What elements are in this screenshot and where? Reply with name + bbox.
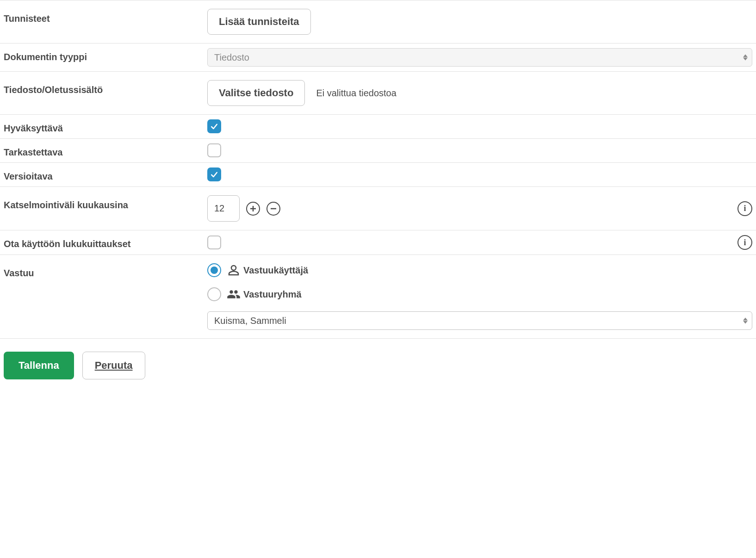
file-row: Tiedosto/Oletussisältö Valitse tiedosto … [0, 71, 756, 114]
review-interval-info-icon[interactable]: i [737, 201, 752, 216]
button-row: Tallenna Peruuta [0, 338, 756, 392]
responsibility-label: Vastuu [4, 263, 207, 279]
file-label: Tiedosto/Oletussisältö [4, 80, 207, 95]
approvable-row: Hyväksyttävä [0, 114, 756, 138]
minus-icon [270, 205, 277, 212]
increment-button[interactable] [246, 202, 260, 216]
check-icon [210, 170, 219, 179]
reviewable-label: Tarkastettava [4, 143, 207, 158]
cancel-button[interactable]: Peruuta [82, 352, 145, 379]
read-receipts-row: Ota käyttöön lukukuittaukset i [0, 230, 756, 254]
approvable-checkbox[interactable] [207, 119, 221, 133]
check-icon [210, 122, 219, 131]
doctype-row: Dokumentin tyyppi Tiedosto [0, 43, 756, 71]
reviewable-row: Tarkastettava [0, 138, 756, 162]
decrement-button[interactable] [266, 202, 280, 216]
read-receipts-checkbox[interactable] [207, 236, 221, 249]
responsibility-group-option[interactable]: Vastuuryhmä [207, 287, 752, 301]
review-interval-row: Katselmointiväli kuukausina i [0, 186, 756, 230]
doctype-label: Dokumentin tyyppi [4, 48, 207, 62]
plus-icon [249, 205, 257, 212]
tags-row: Tunnisteet Lisää tunnisteita [0, 0, 756, 43]
responsibility-group-radio[interactable] [207, 287, 221, 301]
tags-label: Tunnisteet [4, 9, 207, 24]
responsibility-user-label: Vastuukäyttäjä [243, 265, 308, 276]
versionable-row: Versioitava [0, 162, 756, 186]
versionable-checkbox[interactable] [207, 167, 221, 181]
file-status-text: Ei valittua tiedostoa [316, 88, 396, 99]
review-interval-input[interactable] [207, 195, 240, 222]
group-icon [227, 287, 241, 301]
add-tags-button[interactable]: Lisää tunnisteita [207, 9, 311, 35]
responsibility-person-select[interactable]: Kuisma, Sammeli [207, 311, 752, 330]
read-receipts-label: Ota käyttöön lukukuittaukset [4, 235, 207, 249]
responsibility-row: Vastuu Vastuukäyttäjä [0, 254, 756, 338]
review-interval-label: Katselmointiväli kuukausina [4, 195, 207, 211]
person-icon [227, 263, 241, 277]
responsibility-user-radio[interactable] [207, 263, 221, 277]
choose-file-button[interactable]: Valitse tiedosto [207, 80, 305, 106]
responsibility-group-label: Vastuuryhmä [243, 289, 302, 300]
versionable-label: Versioitava [4, 167, 207, 182]
responsibility-user-option[interactable]: Vastuukäyttäjä [207, 263, 752, 277]
approvable-label: Hyväksyttävä [4, 119, 207, 134]
read-receipts-info-icon[interactable]: i [737, 235, 752, 250]
reviewable-checkbox[interactable] [207, 143, 221, 157]
doctype-select[interactable]: Tiedosto [207, 48, 752, 67]
save-button[interactable]: Tallenna [4, 352, 74, 379]
